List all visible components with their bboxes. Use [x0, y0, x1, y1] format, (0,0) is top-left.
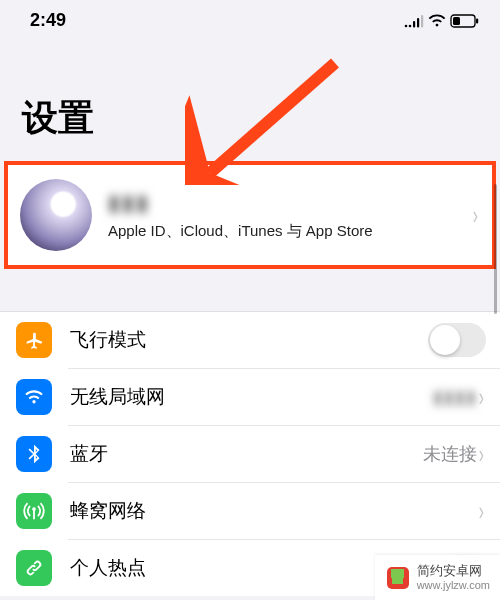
signal-icon: [404, 14, 424, 28]
row-label: 飞行模式: [70, 327, 428, 353]
chevron-right-icon: ›: [479, 382, 484, 413]
svg-rect-7: [476, 18, 478, 23]
wifi-row[interactable]: 无线局域网 ▮▮▮▮ ›: [0, 369, 500, 425]
antenna-icon: [16, 493, 52, 529]
row-label: 蜂窝网络: [70, 498, 477, 524]
link-icon: [16, 550, 52, 586]
row-label: 蓝牙: [70, 441, 423, 467]
cellular-row[interactable]: 蜂窝网络 ›: [0, 483, 500, 539]
status-bar: 2:49: [0, 0, 500, 39]
scroll-indicator: [494, 184, 497, 314]
airplane-mode-row[interactable]: 飞行模式: [0, 312, 500, 368]
svg-rect-2: [413, 21, 415, 28]
svg-rect-3: [417, 18, 419, 28]
airplane-icon: [16, 322, 52, 358]
chevron-right-icon: ›: [479, 496, 484, 527]
status-icons: [404, 14, 480, 28]
chevron-right-icon: ›: [479, 439, 484, 470]
row-value: 未连接: [423, 442, 477, 466]
row-value: ▮▮▮▮: [433, 386, 477, 408]
battery-icon: [450, 14, 480, 28]
chevron-right-icon: ›: [473, 200, 478, 231]
settings-group: 飞行模式 无线局域网 ▮▮▮▮ › 蓝牙 未连接 › 蜂窝网络 › 个人热点 ▮…: [0, 311, 500, 596]
watermark-logo-icon: [387, 567, 409, 589]
profile-subtitle: Apple ID、iCloud、iTunes 与 App Store: [108, 222, 471, 241]
watermark-text: 简约安卓网: [417, 563, 490, 579]
airplane-toggle[interactable]: [428, 323, 486, 357]
svg-point-0: [405, 24, 408, 27]
svg-rect-4: [421, 15, 423, 28]
bluetooth-icon: [16, 436, 52, 472]
row-label: 无线局域网: [70, 384, 433, 410]
apple-id-row[interactable]: ▮▮▮ Apple ID、iCloud、iTunes 与 App Store ›: [4, 161, 496, 269]
page-title: 设置: [0, 39, 500, 161]
svg-point-1: [409, 24, 412, 27]
wifi-icon: [428, 14, 446, 28]
svg-rect-6: [453, 17, 460, 25]
wifi-icon: [16, 379, 52, 415]
watermark-url: www.jylzw.com: [417, 579, 490, 592]
watermark: 简约安卓网 www.jylzw.com: [375, 555, 500, 600]
bluetooth-row[interactable]: 蓝牙 未连接 ›: [0, 426, 500, 482]
avatar: [20, 179, 92, 251]
status-time: 2:49: [30, 10, 66, 31]
profile-name: ▮▮▮: [108, 190, 471, 216]
